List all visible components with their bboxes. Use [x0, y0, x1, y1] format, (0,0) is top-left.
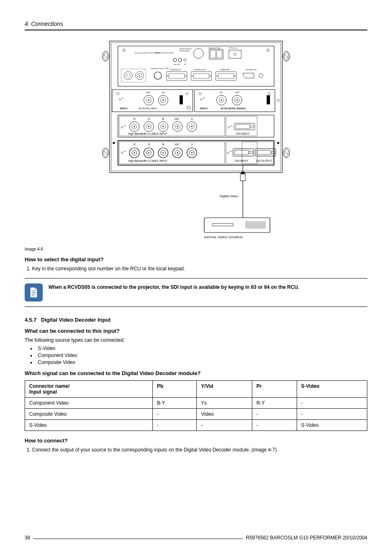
svg-text:IR: IR [184, 63, 186, 65]
svg-rect-165 [233, 149, 254, 156]
cell: - [252, 409, 297, 420]
svg-text:BARCO: BARCO [120, 107, 127, 110]
svg-text:R: R [134, 117, 136, 120]
svg-point-92 [237, 100, 238, 101]
svg-point-67 [119, 99, 121, 100]
section-457-heading: 4.5.7 Digital Video Decoder Input [25, 317, 367, 323]
svg-point-120 [191, 126, 193, 127]
svg-point-37 [139, 73, 140, 74]
svg-rect-14 [209, 49, 223, 59]
svg-text:R: R [134, 143, 136, 146]
svg-point-36 [138, 74, 138, 75]
cell: - [153, 409, 197, 420]
svg-point-117 [177, 126, 178, 127]
svg-text:IN: IN [162, 91, 164, 94]
svg-point-145 [121, 152, 123, 154]
note-box: When a RCVDS05 is connected to the proje… [25, 278, 367, 307]
note-text: When a RCVDS05 is connected to the proje… [48, 283, 299, 290]
svg-point-111 [148, 126, 150, 127]
cell: Composite Video [25, 409, 153, 420]
svg-point-57 [217, 76, 218, 77]
svg-text:B: B [162, 117, 164, 120]
table-row: Component Video B-Y Ys R-Y - [25, 398, 367, 409]
svg-text:Hardwired remote CTRL 2: Hardwired remote CTRL 2 [155, 52, 174, 54]
svg-text:RS232/422 IN: RS232/422 IN [171, 69, 181, 71]
svg-point-60 [259, 74, 263, 78]
svg-point-10 [267, 49, 269, 51]
svg-rect-174 [241, 172, 244, 174]
header-rule [25, 30, 367, 30]
svg-text:RS232/422 OUT: RS232/422 OUT [194, 69, 206, 71]
svg-line-134 [104, 151, 107, 155]
svg-rect-51 [194, 74, 209, 78]
select-step-1: Key in the corresponding slot number on … [32, 266, 367, 272]
svg-text:On: On [231, 125, 233, 127]
cell: Component Video [25, 398, 153, 409]
svg-rect-15 [210, 51, 216, 58]
list-item: Component Video [36, 352, 367, 358]
svg-point-163 [227, 152, 229, 154]
svg-point-32 [126, 76, 127, 76]
svg-text:On: On [122, 97, 124, 99]
which-heading: Which signal can be connected to the Dig… [25, 370, 367, 376]
svg-rect-45 [166, 71, 187, 81]
svg-point-122 [228, 127, 230, 128]
svg-point-158 [177, 152, 178, 154]
list-item: S-Video [36, 345, 367, 351]
mount-screw-icon [102, 51, 109, 61]
svg-point-82 [268, 92, 270, 95]
svg-rect-178 [204, 218, 270, 233]
how-steps: Connect the output of your source to the… [25, 447, 367, 453]
page-number: 38 [25, 535, 30, 541]
cell: Ys [197, 398, 252, 409]
svg-text:V: V [191, 117, 193, 120]
how-heading: How to connect? [25, 438, 367, 444]
cell: S-Video [297, 420, 367, 431]
section-title: Digital Video Decoder Input [41, 317, 111, 323]
svg-text:B: B [162, 143, 164, 146]
doc-reference: R5976562 BARCOSLM G10 PERFORMER 20/10/20… [246, 535, 367, 541]
svg-point-81 [199, 92, 201, 95]
image-caption: Image 4-6 [25, 247, 367, 251]
cell: - [153, 420, 197, 431]
svg-point-76 [163, 100, 164, 101]
svg-text:BARCO: BARCO [200, 107, 208, 110]
svg-text:COMM PORT: COMM PORT [220, 69, 230, 71]
cell: B-Y [153, 398, 197, 409]
svg-point-80 [187, 106, 190, 109]
svg-rect-173 [240, 173, 245, 181]
svg-point-48 [185, 76, 187, 77]
svg-point-66 [186, 92, 188, 95]
svg-point-25 [184, 59, 186, 61]
table-header-row: Connector name/ Input signal Pb Y/Vid Pr… [25, 381, 367, 398]
list-item: Composite Video [36, 359, 367, 365]
th-pr: Pr [252, 381, 297, 398]
svg-text:On: On [124, 150, 126, 152]
cell: - [252, 420, 297, 431]
svg-text:Diagnostic Code: Diagnostic Code [208, 47, 221, 49]
connection-diagram: Green:Operation Red:Stand-by Diagnostic … [25, 38, 367, 244]
cell: - [297, 398, 367, 409]
svg-text:On: On [203, 97, 205, 99]
svg-rect-125 [236, 124, 250, 129]
svg-text:G: G [148, 143, 150, 146]
svg-point-58 [235, 76, 236, 77]
svg-point-139 [277, 142, 279, 144]
svg-point-89 [221, 100, 222, 101]
svg-rect-93 [267, 95, 270, 104]
svg-text:DVI OUTPUT: DVI OUTPUT [256, 159, 272, 162]
svg-rect-126 [251, 125, 254, 128]
svg-text:DVI INPUT: DVI INPUT [235, 159, 248, 162]
svg-text:H/C: H/C [175, 117, 180, 120]
svg-point-33 [130, 76, 131, 76]
svg-text:G: G [148, 117, 150, 120]
cell: R-Y [252, 398, 297, 409]
th-connector: Connector name/ Input signal [25, 381, 153, 398]
svg-rect-18 [229, 50, 241, 58]
table-row: Composite Video - Video - - [25, 409, 367, 420]
cell: S-Video [25, 420, 153, 431]
svg-text:IR Receiver: IR Receiver [229, 47, 238, 49]
svg-rect-169 [255, 149, 276, 156]
cell: - [297, 409, 367, 420]
svg-rect-77 [180, 95, 183, 104]
